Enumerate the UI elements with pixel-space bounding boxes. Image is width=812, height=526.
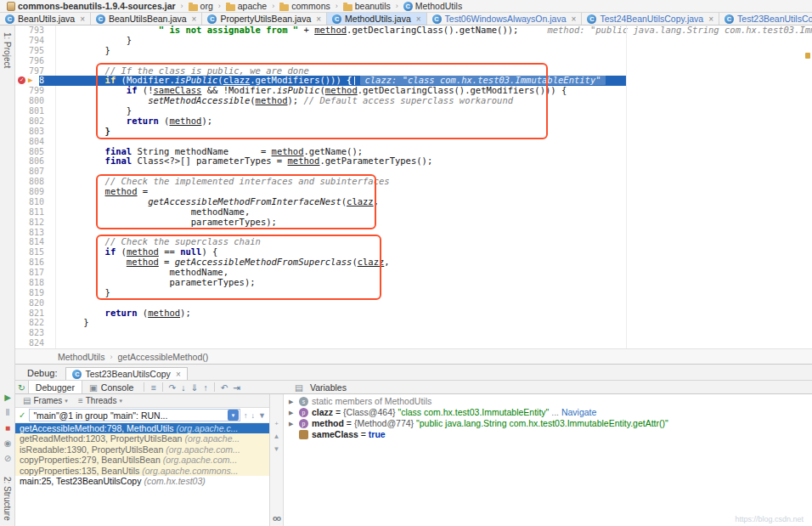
line-number[interactable]: 802: [15, 116, 56, 127]
code-line[interactable]: 821 return (method);: [15, 308, 812, 319]
pause-icon[interactable]: ‖: [6, 409, 10, 417]
code-line[interactable]: 808 // Check the implemented interfaces …: [15, 177, 812, 187]
line-number[interactable]: 806: [15, 156, 56, 167]
code-line[interactable]: 813: [15, 228, 812, 238]
line-number[interactable]: 801: [15, 106, 56, 116]
expand-arrow-icon[interactable]: ▶: [289, 396, 296, 407]
code-line[interactable]: 804: [15, 137, 812, 147]
line-number[interactable]: 820: [15, 298, 56, 308]
tab-frames[interactable]: ▤ Frames ▾: [19, 396, 72, 405]
tab-threads[interactable]: ≡ Threads ▾: [74, 396, 127, 405]
variable-item[interactable]: ▶pmethod = {Method@774} "public java.lan…: [284, 418, 812, 429]
editor-tab[interactable]: CMethodUtils.java×: [327, 13, 426, 25]
step-out-icon[interactable]: ↑: [200, 382, 210, 393]
glasses-icon[interactable]: oo: [273, 514, 280, 523]
line-number[interactable]: 816: [15, 257, 56, 268]
line-number[interactable]: 794: [15, 36, 56, 46]
filter-icon[interactable]: ▼: [258, 411, 266, 420]
drop-frame-icon[interactable]: ↶: [218, 382, 231, 393]
line-number[interactable]: 823: [15, 328, 56, 338]
tab-debugger[interactable]: Debugger: [28, 381, 82, 393]
line-number[interactable]: 795: [15, 46, 56, 56]
line-number[interactable]: 809: [15, 187, 56, 197]
code-line[interactable]: 824: [15, 338, 812, 348]
sidebar-item-project[interactable]: 1: Project: [3, 32, 12, 68]
breadcrumb-method[interactable]: getAccessibleMethod(): [117, 352, 208, 362]
line-number[interactable]: ✓▶798: [15, 76, 56, 86]
line-number[interactable]: 804: [15, 137, 56, 147]
line-number[interactable]: 796: [15, 56, 56, 66]
line-number[interactable]: 815: [15, 247, 56, 257]
variable-item[interactable]: ▶sameClass = true: [284, 429, 812, 440]
line-number[interactable]: 793: [15, 25, 56, 36]
variable-item[interactable]: ▶sstatic members of MethodUtils: [284, 396, 812, 407]
stack-frame-item[interactable]: isReadable:1390, PropertyUtilsBean (org.…: [15, 444, 269, 455]
stop-icon[interactable]: ■: [5, 424, 10, 433]
code-line[interactable]: 812 parameterTypes);: [15, 218, 812, 228]
breadcrumb-item[interactable]: beanutils: [341, 1, 392, 11]
code-line[interactable]: 800 setMethodAccessible(method); // Defa…: [15, 96, 812, 106]
code-line[interactable]: 814 // Check the superclass chain: [15, 237, 812, 247]
breadcrumb-item[interactable]: commons-beanutils-1.9.4-sources.jar: [5, 1, 178, 11]
code-line[interactable]: 809 method =: [15, 187, 812, 197]
resume-icon[interactable]: ▶: [4, 393, 11, 402]
code-line[interactable]: 810 getAccessibleMethodFromInterfaceNest…: [15, 197, 812, 207]
line-number[interactable]: 817: [15, 268, 56, 278]
sidebar-item-structure[interactable]: 2: Structure: [3, 477, 12, 521]
mute-breakpoints-icon[interactable]: ⊘: [4, 455, 11, 463]
line-number[interactable]: 797: [15, 66, 56, 76]
code-line[interactable]: 822 }: [15, 318, 812, 328]
code-line[interactable]: ✓▶798 if (Modifier.isPublic(clazz.getMod…: [15, 76, 812, 86]
editor-tab[interactable]: CTest06WindowsAlwaysOn.java×: [427, 13, 583, 25]
code-line[interactable]: 794 }: [15, 36, 812, 46]
editor-tab[interactable]: CPropertyUtilsBean.java×: [202, 13, 327, 25]
line-number[interactable]: 818: [15, 278, 56, 288]
breadcrumb-item[interactable]: commons: [278, 1, 332, 11]
line-number[interactable]: 811: [15, 207, 56, 218]
stack-frame-item[interactable]: main:25, Test23BeanUtilsCopy (com.hx.tes…: [15, 476, 269, 486]
editor-tab[interactable]: CTest24BeanUtilsCopy.java×: [582, 13, 719, 25]
add-icon[interactable]: +: [274, 420, 279, 427]
line-number[interactable]: 814: [15, 237, 56, 247]
code-line[interactable]: 801 }: [15, 106, 812, 116]
thread-selector[interactable]: "main"@1 in group "main": RUN... ▾: [29, 409, 240, 421]
line-number[interactable]: 822: [15, 318, 56, 328]
line-number[interactable]: 800: [15, 96, 56, 106]
expand-arrow-icon[interactable]: ▶: [289, 407, 296, 418]
run-to-cursor-icon[interactable]: ⇥: [230, 382, 243, 393]
tab-close-icon[interactable]: ×: [316, 14, 321, 24]
editor-tab[interactable]: CBeanUtils.java×: [0, 13, 91, 25]
code-line[interactable]: 803 }: [15, 127, 812, 137]
code-line[interactable]: 818 parameterTypes);: [15, 278, 812, 288]
close-icon[interactable]: ×: [176, 370, 181, 379]
line-number[interactable]: 805: [15, 147, 56, 157]
tab-close-icon[interactable]: ×: [80, 14, 85, 24]
line-number[interactable]: 824: [15, 338, 56, 348]
up-arrow-icon[interactable]: ↑: [244, 411, 248, 420]
code-line[interactable]: 793 " is not assignable from " + method.…: [15, 25, 812, 36]
down-arrow-icon[interactable]: ↓: [251, 411, 256, 420]
code-line[interactable]: 799 if (!sameClass && !Modifier.isPublic…: [15, 86, 812, 96]
scroll-down-icon[interactable]: ▼: [273, 445, 280, 453]
debug-session-tab[interactable]: C Test23BeanUtilsCopy ×: [65, 367, 187, 380]
tab-console[interactable]: ▣ Console: [82, 381, 140, 393]
code-line[interactable]: 802 return (method);: [15, 116, 812, 127]
stack-frame-item[interactable]: copyProperties:135, BeanUtils (org.apach…: [15, 466, 269, 476]
code-line[interactable]: 815 if (method == null) {: [15, 247, 812, 257]
stack-frame-item[interactable]: copyProperties:279, BeanUtilsBean (org.a…: [15, 455, 269, 465]
line-number[interactable]: 799: [15, 86, 56, 96]
breadcrumb-item[interactable]: org: [187, 1, 215, 11]
code-line[interactable]: 797 // If the class is public, we are do…: [15, 66, 812, 76]
code-line[interactable]: 823: [15, 328, 812, 338]
variable-item[interactable]: ▶pclazz = {Class@464} "class com.hx.test…: [284, 407, 812, 418]
breadcrumb-item[interactable]: apache: [224, 1, 268, 11]
line-number[interactable]: 807: [15, 167, 56, 177]
breakpoint-icon[interactable]: ✓: [18, 76, 25, 84]
line-number[interactable]: 808: [15, 177, 56, 187]
editor-tab[interactable]: CTest23BeanUtilsCopy.java×: [719, 13, 812, 25]
force-step-into-icon[interactable]: ⇓: [189, 382, 201, 393]
tab-close-icon[interactable]: ×: [192, 14, 197, 24]
rerun-icon[interactable]: ↻: [15, 382, 28, 393]
step-into-icon[interactable]: ↓: [178, 382, 188, 393]
navigate-link[interactable]: Navigate: [561, 407, 596, 417]
